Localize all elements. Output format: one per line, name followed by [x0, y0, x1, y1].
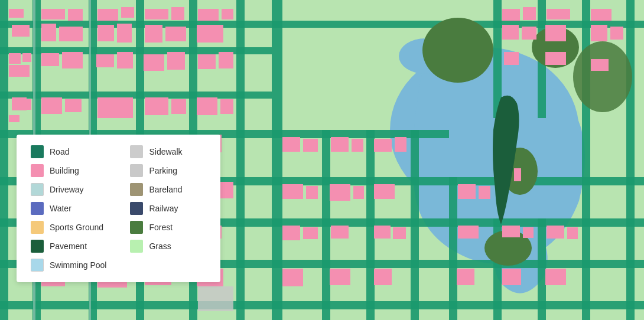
legend-item-grass: Grass — [130, 240, 206, 253]
svg-rect-101 — [282, 137, 300, 152]
legend-swatch-sidewalk — [130, 145, 143, 158]
svg-rect-41 — [12, 25, 30, 37]
svg-rect-136 — [545, 25, 566, 41]
svg-rect-12 — [272, 177, 449, 185]
legend-label-railway: Railway — [149, 204, 178, 213]
svg-rect-91 — [197, 25, 223, 43]
svg-rect-107 — [282, 269, 303, 286]
svg-rect-116 — [374, 184, 395, 199]
legend-swatch-swimming-pool — [31, 259, 44, 272]
svg-rect-121 — [479, 186, 490, 199]
svg-rect-137 — [545, 52, 566, 65]
legend-item-sidewalk: Sidewalk — [130, 145, 206, 158]
svg-rect-102 — [303, 139, 318, 152]
svg-rect-78 — [145, 25, 162, 43]
svg-rect-68 — [117, 52, 133, 68]
svg-rect-67 — [96, 54, 114, 67]
svg-rect-16 — [449, 218, 644, 227]
svg-rect-127 — [547, 226, 564, 239]
svg-rect-27 — [411, 130, 419, 320]
legend-label-road: Road — [50, 147, 69, 156]
svg-rect-52 — [41, 53, 59, 66]
legend-swatch-pavement — [31, 240, 44, 253]
svg-rect-44 — [9, 65, 30, 77]
svg-rect-26 — [366, 130, 375, 320]
svg-rect-66 — [117, 24, 132, 43]
legend-swatch-building — [31, 164, 44, 177]
svg-rect-117 — [374, 226, 391, 239]
svg-rect-65 — [97, 25, 114, 41]
legend-item-building: Building — [31, 164, 106, 177]
svg-rect-63 — [97, 9, 118, 21]
svg-rect-138 — [591, 9, 612, 21]
svg-rect-32 — [626, 0, 635, 320]
svg-rect-123 — [457, 269, 474, 285]
svg-rect-81 — [167, 52, 185, 70]
legend-label-swimming-pool: Swimming Pool — [50, 260, 106, 270]
svg-rect-147 — [514, 168, 521, 181]
svg-rect-64 — [121, 7, 134, 18]
svg-point-38 — [573, 41, 632, 112]
svg-rect-125 — [523, 227, 534, 238]
svg-rect-120 — [458, 184, 476, 199]
svg-rect-112 — [331, 226, 349, 239]
legend-swatch-railway — [130, 202, 143, 215]
legend-label-pavement: Pavement — [50, 241, 87, 251]
legend-swatch-parking — [130, 164, 143, 177]
svg-rect-49 — [68, 9, 83, 21]
svg-rect-30 — [538, 218, 546, 320]
svg-rect-25 — [322, 130, 330, 320]
legend-item-swimming-pool: Swimming Pool — [31, 259, 106, 272]
legend-item-railway: Railway — [130, 202, 206, 215]
svg-rect-83 — [171, 99, 186, 114]
legend-swatch-driveway — [31, 183, 44, 196]
svg-point-35 — [422, 18, 493, 83]
svg-rect-17 — [449, 260, 644, 268]
svg-rect-23 — [236, 0, 245, 320]
svg-rect-105 — [282, 226, 300, 240]
svg-rect-134 — [504, 52, 519, 65]
svg-rect-55 — [65, 99, 82, 112]
svg-rect-92 — [198, 54, 216, 69]
svg-rect-110 — [330, 184, 350, 201]
svg-rect-24 — [272, 0, 282, 320]
legend-item-water: Water — [31, 202, 106, 215]
svg-rect-118 — [393, 227, 406, 239]
legend-label-sidewalk: Sidewalk — [149, 147, 182, 156]
legend-swatch-water — [31, 202, 44, 215]
svg-rect-89 — [198, 9, 219, 21]
svg-rect-111 — [353, 186, 364, 199]
svg-rect-54 — [41, 97, 62, 114]
svg-rect-108 — [331, 137, 349, 152]
svg-rect-114 — [374, 139, 392, 152]
legend-item-bareland: Bareland — [130, 183, 206, 196]
legend-label-parking: Parking — [149, 166, 177, 175]
svg-rect-76 — [145, 9, 168, 19]
svg-rect-80 — [144, 54, 164, 71]
legend-item-road: Road — [31, 145, 106, 158]
svg-rect-40 — [9, 9, 24, 18]
legend-label-sports-ground: Sports Ground — [50, 223, 103, 232]
map-container: RoadSidewalkBuildingParkingDrivewayBarel… — [0, 0, 644, 320]
legend-swatch-forest — [130, 221, 143, 234]
svg-rect-115 — [395, 137, 406, 152]
svg-rect-133 — [522, 27, 536, 40]
svg-rect-142 — [496, 168, 511, 177]
legend-item-parking: Parking — [130, 164, 206, 177]
svg-rect-90 — [222, 9, 233, 19]
legend-swatch-road — [31, 145, 44, 158]
svg-rect-43 — [22, 53, 31, 62]
svg-rect-109 — [352, 139, 363, 152]
legend-item-sports-ground: Sports Ground — [31, 221, 106, 234]
svg-rect-126 — [502, 269, 521, 285]
svg-rect-18 — [0, 0, 8, 320]
svg-rect-94 — [197, 97, 217, 115]
svg-rect-82 — [145, 97, 168, 115]
svg-rect-130 — [502, 9, 520, 21]
svg-rect-46 — [9, 115, 19, 122]
svg-rect-144 — [198, 286, 233, 311]
svg-rect-77 — [171, 7, 184, 20]
legend-swatch-grass — [130, 240, 143, 253]
svg-rect-79 — [165, 27, 186, 41]
svg-rect-132 — [502, 25, 519, 40]
